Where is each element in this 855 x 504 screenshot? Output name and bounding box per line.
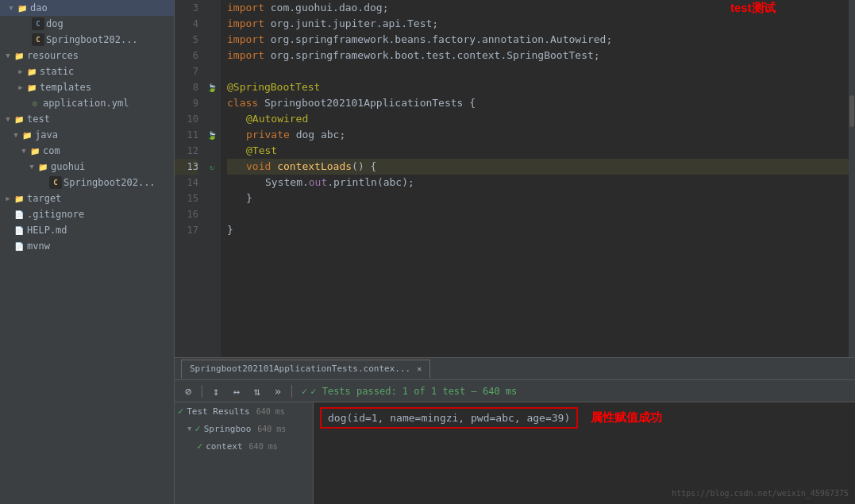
stop-button[interactable]: ⊘: [179, 383, 197, 400]
sidebar-item-dog[interactable]: C dog: [0, 16, 174, 32]
code-line-11: private dog abc;: [227, 127, 849, 143]
folder-icon: 📁: [37, 160, 49, 173]
sidebar-item-help[interactable]: 📄 HELP.md: [0, 222, 174, 238]
arrow-icon: ▼: [3, 52, 13, 60]
sidebar-item-mvnw[interactable]: 📄 mvnw: [0, 238, 174, 254]
test-status: ✓ ✓ Tests passed: 1 of 1 test – 640 ms: [302, 386, 517, 397]
code-line-14: System.out.println(abc);: [227, 175, 849, 190]
run-tab[interactable]: Springboot202101ApplicationTests.contex.…: [181, 360, 430, 379]
output-text: dog(id=1, name=mingzi, pwd=abc, age=39): [328, 412, 570, 424]
sidebar-item-templates[interactable]: ▶ 📁 templates: [0, 79, 174, 95]
yaml-icon: ⚙: [29, 97, 41, 110]
output-text-box: dog(id=1, name=mingzi, pwd=abc, age=39): [320, 407, 578, 429]
test-status-label: ✓ Tests passed: 1 of 1 test – 640 ms: [310, 386, 517, 397]
result-item-context[interactable]: ✓ context 640 ms: [175, 437, 313, 455]
sidebar-item-application-yml[interactable]: ⚙ application.yml: [0, 95, 174, 111]
folder-icon: 📁: [13, 192, 25, 205]
java-class-icon: C: [32, 17, 44, 30]
sidebar-item-com[interactable]: ▼ 📁 com: [0, 143, 174, 159]
gutter: 🍃 🍃 ↻: [203, 0, 221, 357]
code-line-16: [227, 206, 849, 222]
test-results-panel: ✓ Test Results 640 ms ▼ ✓ Springboo 640 …: [175, 402, 314, 504]
java-class-icon: C: [32, 33, 44, 46]
sidebar-item-java[interactable]: ▼ 📁 java: [0, 127, 174, 143]
sidebar-item-gitignore[interactable]: 📄 .gitignore: [0, 206, 174, 222]
pass-icon: ✓: [194, 423, 200, 434]
main-area: 3 4 5 6 7 8 9 10 11 12 13 14 15 16 17: [175, 0, 855, 504]
arrow-icon: ▼: [187, 425, 191, 433]
code-line-6: import org.springframework.boot.test.con…: [227, 48, 849, 63]
arrow-icon: ▶: [3, 194, 13, 202]
code-line-7: [227, 63, 849, 79]
arrow-icon: ▶: [16, 83, 25, 91]
sidebar-item-guohui[interactable]: ▼ 📁 guohui: [0, 159, 174, 175]
result-item-all[interactable]: ✓ Test Results 640 ms: [175, 402, 313, 420]
code-line-9: class Springboot202101ApplicationTests {: [227, 95, 849, 111]
collapse-button[interactable]: ⇅: [248, 383, 266, 400]
sort-desc-button[interactable]: ↔: [228, 383, 245, 400]
scrollbar[interactable]: [849, 0, 855, 357]
folder-icon: 📁: [13, 113, 25, 125]
attr-success-label: 属性赋值成功: [591, 410, 662, 425]
pass-icon: ✓: [178, 406, 183, 417]
line-numbers: 3 4 5 6 7 8 9 10 11 12 13 14 15 16 17: [175, 0, 203, 357]
sort-asc-button[interactable]: ↕: [207, 383, 225, 400]
code-editor[interactable]: import com.guohui.dao.dog; import org.ju…: [221, 0, 849, 357]
folder-icon: 📁: [25, 65, 38, 78]
code-line-12: @Test: [227, 143, 849, 159]
file-icon: 📄: [13, 240, 25, 252]
separator: [291, 385, 292, 398]
code-line-5: import org.springframework.beans.factory…: [227, 32, 849, 48]
folder-icon: 📁: [16, 2, 29, 14]
run-tab-bar: Springboot202101ApplicationTests.contex.…: [175, 358, 855, 380]
sidebar-item-springboot-test[interactable]: C Springboot202...: [0, 175, 174, 190]
pass-icon: ✓: [197, 441, 202, 452]
code-line-4: import org.junit.jupiter.api.Test;: [227, 16, 849, 32]
editor-area: 3 4 5 6 7 8 9 10 11 12 13 14 15 16 17: [175, 0, 855, 357]
folder-icon: 📁: [13, 49, 25, 62]
more-button[interactable]: »: [269, 383, 287, 400]
code-line-8: @SpringBootTest test测试: [227, 79, 849, 95]
bottom-panel: Springboot202101ApplicationTests.contex.…: [175, 357, 855, 504]
arrow-icon: ▼: [27, 163, 37, 171]
arrow-icon: ▼: [11, 131, 21, 139]
code-line-10: @Autowired: [227, 111, 849, 127]
sidebar-item-dao[interactable]: ▼ 📁 dao: [0, 0, 174, 16]
run-tab-label: Springboot202101ApplicationTests.contex.…: [190, 364, 410, 374]
static-label: static: [40, 66, 74, 77]
code-line-17: }: [227, 222, 849, 238]
sidebar-item-target[interactable]: ▶ 📁 target: [0, 190, 174, 206]
sidebar-item-static[interactable]: ▶ 📁 static: [0, 63, 174, 79]
watermark: https://blog.csdn.net/weixin_45967375: [672, 489, 849, 498]
arrow-icon: ▼: [19, 147, 29, 155]
arrow-icon: ▼: [6, 4, 16, 12]
sidebar-item-resources[interactable]: ▼ 📁 resources: [0, 48, 174, 63]
java-class-icon: C: [49, 176, 62, 189]
sidebar-item-test[interactable]: ▼ 📁 test: [0, 111, 174, 127]
code-line-15: }: [227, 190, 849, 206]
file-icon: 📄: [13, 208, 25, 221]
bottom-toolbar: ⊘ ↕ ↔ ⇅ » ✓ ✓ Tests passed: 1 of 1 test …: [175, 380, 855, 402]
code-line-13: void contextLoads() {: [227, 159, 849, 175]
folder-icon: 📁: [21, 129, 33, 141]
arrow-icon: ▼: [3, 115, 13, 123]
check-icon: ✓: [302, 386, 307, 397]
separator: [202, 385, 202, 398]
result-item-springboot[interactable]: ▼ ✓ Springboo 640 ms: [175, 420, 313, 437]
folder-icon: 📁: [29, 144, 41, 157]
folder-icon: 📁: [25, 81, 38, 94]
close-tab-button[interactable]: ✕: [417, 364, 422, 373]
file-icon: 📄: [13, 224, 25, 237]
templates-label: templates: [40, 82, 91, 93]
arrow-icon: ▶: [16, 67, 25, 75]
sidebar-item-springboot-main[interactable]: C Springboot202...: [0, 32, 174, 48]
editor-wrapper: 3 4 5 6 7 8 9 10 11 12 13 14 15 16 17: [175, 0, 855, 504]
file-tree: ▼ 📁 dao C dog C Springboot202... ▼ 📁 res…: [0, 0, 175, 504]
